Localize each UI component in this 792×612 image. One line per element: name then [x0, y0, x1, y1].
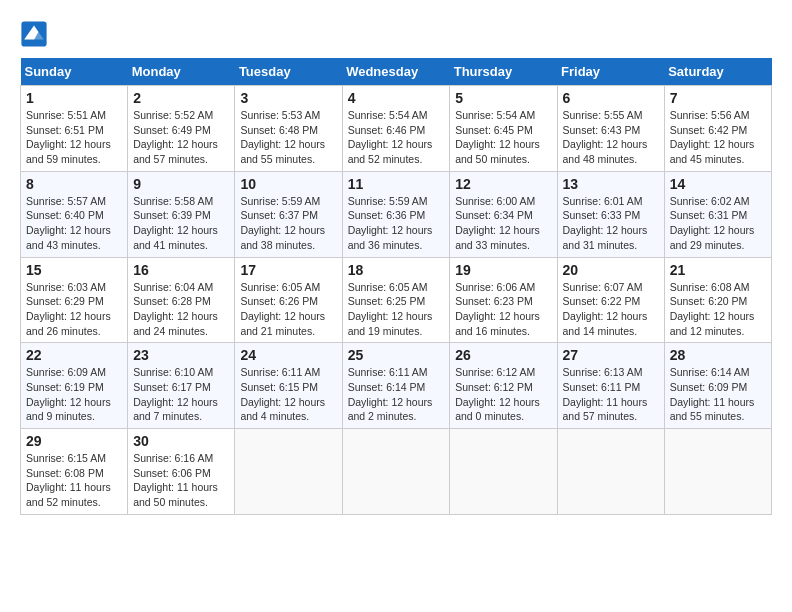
day-number: 27	[563, 347, 659, 363]
day-detail: Sunrise: 6:08 AM Sunset: 6:20 PM Dayligh…	[670, 281, 755, 337]
day-detail: Sunrise: 6:10 AM Sunset: 6:17 PM Dayligh…	[133, 366, 218, 422]
day-detail: Sunrise: 6:02 AM Sunset: 6:31 PM Dayligh…	[670, 195, 755, 251]
calendar-cell: 6Sunrise: 5:55 AM Sunset: 6:43 PM Daylig…	[557, 86, 664, 172]
calendar-cell	[450, 429, 557, 515]
week-row-4: 22Sunrise: 6:09 AM Sunset: 6:19 PM Dayli…	[21, 343, 772, 429]
day-detail: Sunrise: 6:03 AM Sunset: 6:29 PM Dayligh…	[26, 281, 111, 337]
day-detail: Sunrise: 5:58 AM Sunset: 6:39 PM Dayligh…	[133, 195, 218, 251]
calendar-cell: 11Sunrise: 5:59 AM Sunset: 6:36 PM Dayli…	[342, 171, 450, 257]
day-number: 29	[26, 433, 122, 449]
day-detail: Sunrise: 5:54 AM Sunset: 6:46 PM Dayligh…	[348, 109, 433, 165]
calendar-cell: 30Sunrise: 6:16 AM Sunset: 6:06 PM Dayli…	[128, 429, 235, 515]
day-number: 22	[26, 347, 122, 363]
calendar-cell: 2Sunrise: 5:52 AM Sunset: 6:49 PM Daylig…	[128, 86, 235, 172]
header-wednesday: Wednesday	[342, 58, 450, 86]
header-sunday: Sunday	[21, 58, 128, 86]
day-detail: Sunrise: 5:53 AM Sunset: 6:48 PM Dayligh…	[240, 109, 325, 165]
calendar-cell	[235, 429, 342, 515]
header-tuesday: Tuesday	[235, 58, 342, 86]
calendar-cell: 26Sunrise: 6:12 AM Sunset: 6:12 PM Dayli…	[450, 343, 557, 429]
day-detail: Sunrise: 5:52 AM Sunset: 6:49 PM Dayligh…	[133, 109, 218, 165]
day-detail: Sunrise: 6:13 AM Sunset: 6:11 PM Dayligh…	[563, 366, 648, 422]
day-detail: Sunrise: 6:16 AM Sunset: 6:06 PM Dayligh…	[133, 452, 218, 508]
week-row-3: 15Sunrise: 6:03 AM Sunset: 6:29 PM Dayli…	[21, 257, 772, 343]
day-detail: Sunrise: 6:05 AM Sunset: 6:26 PM Dayligh…	[240, 281, 325, 337]
header-friday: Friday	[557, 58, 664, 86]
logo	[20, 20, 54, 48]
calendar-cell: 12Sunrise: 6:00 AM Sunset: 6:34 PM Dayli…	[450, 171, 557, 257]
calendar-cell: 7Sunrise: 5:56 AM Sunset: 6:42 PM Daylig…	[664, 86, 771, 172]
day-number: 30	[133, 433, 229, 449]
day-number: 21	[670, 262, 766, 278]
day-number: 28	[670, 347, 766, 363]
day-number: 9	[133, 176, 229, 192]
day-detail: Sunrise: 6:12 AM Sunset: 6:12 PM Dayligh…	[455, 366, 540, 422]
day-number: 23	[133, 347, 229, 363]
logo-icon	[20, 20, 48, 48]
calendar-cell: 18Sunrise: 6:05 AM Sunset: 6:25 PM Dayli…	[342, 257, 450, 343]
calendar-cell: 3Sunrise: 5:53 AM Sunset: 6:48 PM Daylig…	[235, 86, 342, 172]
calendar-cell: 25Sunrise: 6:11 AM Sunset: 6:14 PM Dayli…	[342, 343, 450, 429]
calendar-cell: 29Sunrise: 6:15 AM Sunset: 6:08 PM Dayli…	[21, 429, 128, 515]
day-detail: Sunrise: 6:14 AM Sunset: 6:09 PM Dayligh…	[670, 366, 755, 422]
calendar-cell	[557, 429, 664, 515]
calendar-cell: 24Sunrise: 6:11 AM Sunset: 6:15 PM Dayli…	[235, 343, 342, 429]
header-thursday: Thursday	[450, 58, 557, 86]
day-number: 26	[455, 347, 551, 363]
calendar-cell: 4Sunrise: 5:54 AM Sunset: 6:46 PM Daylig…	[342, 86, 450, 172]
week-row-1: 1Sunrise: 5:51 AM Sunset: 6:51 PM Daylig…	[21, 86, 772, 172]
day-number: 15	[26, 262, 122, 278]
day-detail: Sunrise: 5:56 AM Sunset: 6:42 PM Dayligh…	[670, 109, 755, 165]
week-row-5: 29Sunrise: 6:15 AM Sunset: 6:08 PM Dayli…	[21, 429, 772, 515]
day-number: 6	[563, 90, 659, 106]
day-number: 1	[26, 90, 122, 106]
day-detail: Sunrise: 5:57 AM Sunset: 6:40 PM Dayligh…	[26, 195, 111, 251]
day-detail: Sunrise: 6:04 AM Sunset: 6:28 PM Dayligh…	[133, 281, 218, 337]
calendar-cell: 28Sunrise: 6:14 AM Sunset: 6:09 PM Dayli…	[664, 343, 771, 429]
calendar-cell: 1Sunrise: 5:51 AM Sunset: 6:51 PM Daylig…	[21, 86, 128, 172]
day-number: 17	[240, 262, 336, 278]
calendar-cell: 9Sunrise: 5:58 AM Sunset: 6:39 PM Daylig…	[128, 171, 235, 257]
calendar-cell: 27Sunrise: 6:13 AM Sunset: 6:11 PM Dayli…	[557, 343, 664, 429]
day-detail: Sunrise: 5:55 AM Sunset: 6:43 PM Dayligh…	[563, 109, 648, 165]
calendar-cell: 21Sunrise: 6:08 AM Sunset: 6:20 PM Dayli…	[664, 257, 771, 343]
day-number: 5	[455, 90, 551, 106]
day-detail: Sunrise: 6:09 AM Sunset: 6:19 PM Dayligh…	[26, 366, 111, 422]
day-detail: Sunrise: 5:59 AM Sunset: 6:37 PM Dayligh…	[240, 195, 325, 251]
day-detail: Sunrise: 5:59 AM Sunset: 6:36 PM Dayligh…	[348, 195, 433, 251]
calendar-cell: 19Sunrise: 6:06 AM Sunset: 6:23 PM Dayli…	[450, 257, 557, 343]
calendar-cell: 13Sunrise: 6:01 AM Sunset: 6:33 PM Dayli…	[557, 171, 664, 257]
calendar-cell: 22Sunrise: 6:09 AM Sunset: 6:19 PM Dayli…	[21, 343, 128, 429]
day-number: 25	[348, 347, 445, 363]
calendar-cell: 5Sunrise: 5:54 AM Sunset: 6:45 PM Daylig…	[450, 86, 557, 172]
calendar-cell: 16Sunrise: 6:04 AM Sunset: 6:28 PM Dayli…	[128, 257, 235, 343]
week-row-2: 8Sunrise: 5:57 AM Sunset: 6:40 PM Daylig…	[21, 171, 772, 257]
day-number: 16	[133, 262, 229, 278]
calendar-cell: 14Sunrise: 6:02 AM Sunset: 6:31 PM Dayli…	[664, 171, 771, 257]
calendar-cell: 17Sunrise: 6:05 AM Sunset: 6:26 PM Dayli…	[235, 257, 342, 343]
calendar-cell: 8Sunrise: 5:57 AM Sunset: 6:40 PM Daylig…	[21, 171, 128, 257]
day-detail: Sunrise: 6:01 AM Sunset: 6:33 PM Dayligh…	[563, 195, 648, 251]
calendar-cell	[342, 429, 450, 515]
day-detail: Sunrise: 5:54 AM Sunset: 6:45 PM Dayligh…	[455, 109, 540, 165]
calendar-cell	[664, 429, 771, 515]
day-number: 10	[240, 176, 336, 192]
day-detail: Sunrise: 6:07 AM Sunset: 6:22 PM Dayligh…	[563, 281, 648, 337]
day-number: 18	[348, 262, 445, 278]
day-number: 2	[133, 90, 229, 106]
header-monday: Monday	[128, 58, 235, 86]
day-number: 4	[348, 90, 445, 106]
day-number: 3	[240, 90, 336, 106]
calendar-cell: 10Sunrise: 5:59 AM Sunset: 6:37 PM Dayli…	[235, 171, 342, 257]
day-number: 12	[455, 176, 551, 192]
day-detail: Sunrise: 6:05 AM Sunset: 6:25 PM Dayligh…	[348, 281, 433, 337]
day-detail: Sunrise: 5:51 AM Sunset: 6:51 PM Dayligh…	[26, 109, 111, 165]
page-header	[20, 20, 772, 48]
day-number: 20	[563, 262, 659, 278]
day-detail: Sunrise: 6:00 AM Sunset: 6:34 PM Dayligh…	[455, 195, 540, 251]
calendar-cell: 15Sunrise: 6:03 AM Sunset: 6:29 PM Dayli…	[21, 257, 128, 343]
day-detail: Sunrise: 6:11 AM Sunset: 6:15 PM Dayligh…	[240, 366, 325, 422]
day-number: 24	[240, 347, 336, 363]
calendar-table: SundayMondayTuesdayWednesdayThursdayFrid…	[20, 58, 772, 515]
day-number: 7	[670, 90, 766, 106]
